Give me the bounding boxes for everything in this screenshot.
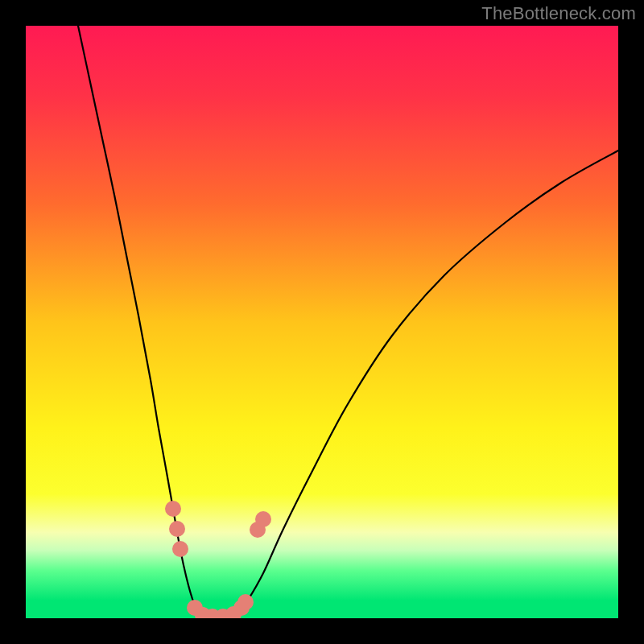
plot-area [26, 26, 618, 618]
watermark-text: TheBottleneck.com [481, 3, 636, 24]
svg-rect-0 [26, 26, 618, 618]
background-gradient [26, 26, 618, 618]
chart-frame: TheBottleneck.com [0, 0, 644, 644]
